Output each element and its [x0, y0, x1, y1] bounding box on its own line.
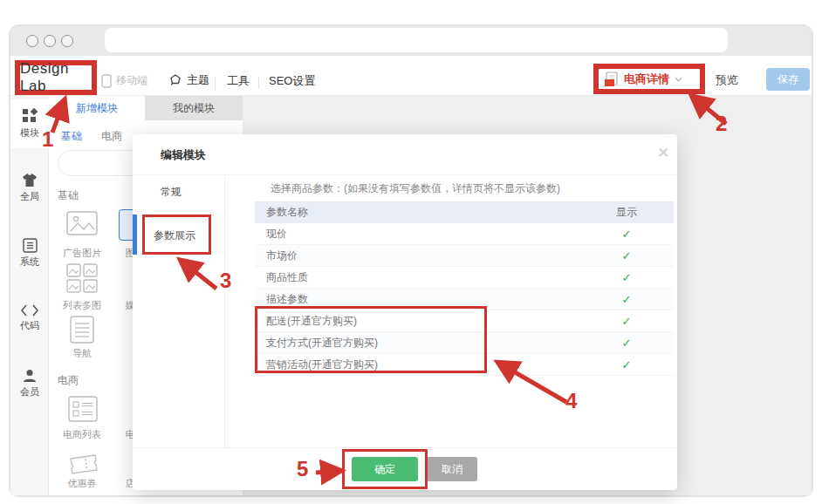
sidebar-item-label: 系统	[20, 255, 39, 269]
step-number-5: 5	[297, 457, 308, 481]
table-row[interactable]: 描述参数 ✓	[255, 289, 674, 310]
modal-nav-param-display[interactable]: 参数展示	[154, 228, 195, 243]
sidebar-item-system[interactable]: 系统	[10, 228, 49, 277]
param-name: 商品性质	[255, 270, 452, 285]
table-row[interactable]: 市场价 ✓	[255, 245, 674, 267]
param-name: 营销活动(开通官方购买)	[255, 358, 452, 372]
table-row[interactable]: 支付方式(开通官方购买) ✓	[255, 332, 674, 354]
theme-menu-item[interactable]: 主题	[168, 72, 209, 88]
window-button-icon[interactable]	[26, 35, 38, 47]
column-param-name: 参数名称	[255, 205, 452, 220]
toolbar-divider	[258, 77, 259, 89]
check-icon[interactable]: ✓	[600, 228, 653, 241]
save-button[interactable]: 保存	[766, 68, 810, 91]
nav-list-icon	[70, 316, 94, 344]
modal-header-divider	[133, 174, 677, 175]
modal-footer-divider	[133, 447, 677, 448]
person-icon	[23, 369, 37, 383]
theme-icon	[168, 73, 182, 87]
modules-grid-icon	[22, 108, 38, 124]
module-tile-label: 列表多图	[54, 299, 110, 312]
screenshot-root: Design Lab 移动端 主题 工具 SEO设置 电商详情 预览 保存 模块	[0, 0, 822, 504]
sidebar-item-label: 会员	[20, 385, 39, 398]
page-selector-dropdown[interactable]: 电商详情	[596, 66, 702, 92]
modal-title: 编辑模块	[161, 147, 206, 163]
param-name: 支付方式(开通官方购买)	[255, 336, 452, 351]
sidebar-item-member[interactable]: 会员	[10, 359, 49, 408]
modal-nav-general[interactable]: 常规	[161, 185, 182, 200]
coupon-ticket-icon	[68, 452, 99, 476]
group-title-ecommerce: 电商	[58, 373, 79, 388]
sidebar-item-label: 模块	[20, 126, 39, 140]
param-name: 描述参数	[255, 292, 452, 307]
check-icon[interactable]: ✓	[600, 315, 653, 328]
sidebar-item-code[interactable]: 代码	[10, 294, 49, 343]
param-table-header: 参数名称 显示	[255, 201, 674, 223]
table-row[interactable]: 现价 ✓	[255, 223, 674, 245]
subtab-ecommerce[interactable]: 电商	[101, 129, 122, 144]
check-icon[interactable]: ✓	[600, 271, 653, 284]
check-icon[interactable]: ✓	[600, 249, 653, 262]
multi-image-icon	[66, 263, 98, 293]
table-row[interactable]: 营销活动(开通官方购买) ✓	[255, 354, 674, 376]
column-shown: 显示	[600, 205, 653, 220]
sidebar-item-label: 全局	[20, 190, 39, 203]
subtab-basic[interactable]: 基础	[61, 129, 82, 144]
toolbar-divider	[215, 77, 216, 89]
url-bar[interactable]	[105, 28, 728, 52]
step-number-1: 1	[42, 127, 53, 152]
module-tile-multi-image[interactable]	[66, 263, 98, 293]
sidebar-item-global[interactable]: 全局	[10, 164, 49, 213]
page-selector-label: 电商详情	[624, 72, 669, 87]
seo-label: SEO设置	[269, 73, 315, 89]
seo-menu-item[interactable]: SEO设置	[269, 73, 315, 89]
step-number-3: 3	[220, 269, 231, 293]
ecom-list-icon	[68, 396, 98, 422]
image-icon	[66, 211, 98, 239]
tools-menu-item[interactable]: 工具	[227, 73, 250, 89]
confirm-button[interactable]: 确定	[352, 457, 418, 481]
document-lines-icon	[23, 238, 38, 253]
module-tile-ad-image[interactable]	[66, 211, 98, 239]
sidebar-item-label: 代码	[20, 319, 39, 332]
window-button-icon[interactable]	[61, 35, 73, 47]
tools-label: 工具	[227, 73, 250, 89]
param-select-hint: 选择商品参数：(如果没有填写参数值，详情页将不显示该参数)	[271, 181, 560, 196]
phone-icon	[101, 74, 112, 88]
window-button-icon[interactable]	[44, 35, 56, 47]
param-table: 参数名称 显示 现价 ✓ 市场价 ✓ 商品性质 ✓ 描述参数 ✓ 配送(开通官方…	[255, 201, 674, 376]
tab-my-modules[interactable]: 我的模块	[145, 96, 243, 120]
tab-new-modules[interactable]: 新增模块	[49, 96, 145, 120]
check-icon[interactable]: ✓	[600, 358, 653, 371]
table-row[interactable]: 商品性质 ✓	[255, 267, 674, 289]
page-doc-icon	[604, 72, 619, 87]
check-icon[interactable]: ✓	[600, 337, 653, 350]
table-row[interactable]: 配送(开通官方购买) ✓	[255, 310, 674, 332]
modal-nav-divider	[224, 175, 225, 447]
code-icon	[21, 304, 38, 317]
device-mobile-toggle[interactable]: 移动端	[101, 73, 147, 88]
param-name: 市场价	[255, 249, 452, 263]
module-tile-navigation[interactable]	[70, 316, 94, 344]
chevron-down-icon	[675, 77, 682, 82]
module-tile-coupon[interactable]	[68, 452, 99, 476]
param-name: 配送(开通官方购买)	[255, 314, 452, 329]
active-nav-indicator	[133, 215, 137, 255]
param-name: 现价	[255, 227, 452, 242]
app-logo: Design Lab	[17, 63, 94, 92]
close-icon[interactable]: ✕	[657, 144, 669, 162]
check-icon[interactable]: ✓	[600, 293, 653, 306]
module-tile-label: 导航	[54, 347, 110, 360]
cancel-button[interactable]: 取消	[427, 457, 477, 481]
step-number-2: 2	[716, 112, 727, 136]
module-tile-ecom-list[interactable]	[68, 396, 98, 422]
preview-button[interactable]: 预览	[716, 72, 738, 88]
theme-label: 主题	[187, 72, 209, 88]
mobile-label: 移动端	[116, 73, 147, 88]
step-number-4: 4	[565, 389, 577, 413]
module-tile-label: 电商列表	[54, 428, 110, 441]
module-tile-label: 优惠券	[54, 477, 110, 490]
tshirt-icon	[22, 174, 38, 187]
module-tile-label: 广告图片	[54, 247, 110, 260]
group-title-basic: 基础	[58, 188, 79, 203]
